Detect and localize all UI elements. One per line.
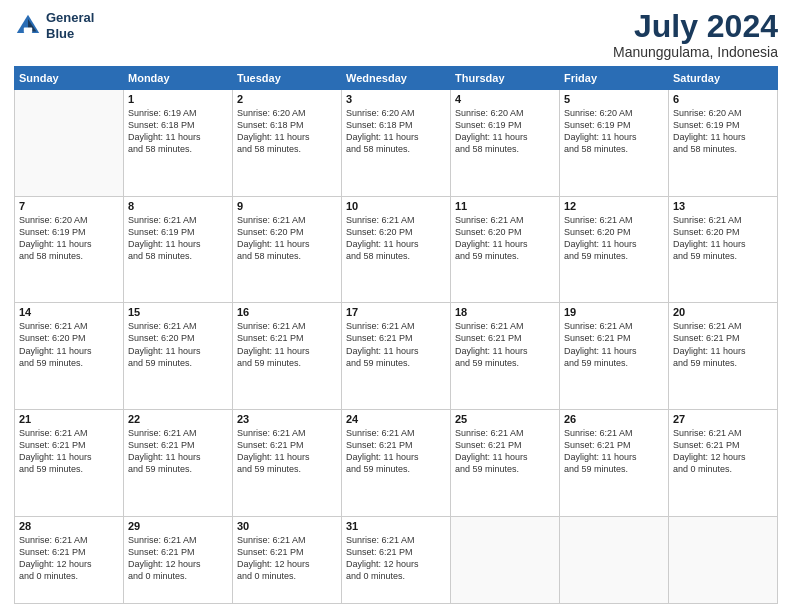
calendar-cell: [669, 516, 778, 603]
day-number: 11: [455, 200, 555, 212]
calendar-cell: 6Sunrise: 6:20 AM Sunset: 6:19 PM Daylig…: [669, 90, 778, 197]
day-number: 28: [19, 520, 119, 532]
weekday-header-monday: Monday: [124, 67, 233, 90]
day-info: Sunrise: 6:19 AM Sunset: 6:18 PM Dayligh…: [128, 107, 228, 156]
calendar-cell: 22Sunrise: 6:21 AM Sunset: 6:21 PM Dayli…: [124, 410, 233, 517]
calendar-cell: 20Sunrise: 6:21 AM Sunset: 6:21 PM Dayli…: [669, 303, 778, 410]
calendar-cell: 13Sunrise: 6:21 AM Sunset: 6:20 PM Dayli…: [669, 196, 778, 303]
day-info: Sunrise: 6:20 AM Sunset: 6:18 PM Dayligh…: [237, 107, 337, 156]
calendar-cell: 14Sunrise: 6:21 AM Sunset: 6:20 PM Dayli…: [15, 303, 124, 410]
day-info: Sunrise: 6:21 AM Sunset: 6:21 PM Dayligh…: [128, 427, 228, 476]
calendar-cell: [15, 90, 124, 197]
day-number: 19: [564, 306, 664, 318]
day-info: Sunrise: 6:21 AM Sunset: 6:21 PM Dayligh…: [455, 427, 555, 476]
day-info: Sunrise: 6:20 AM Sunset: 6:18 PM Dayligh…: [346, 107, 446, 156]
day-info: Sunrise: 6:20 AM Sunset: 6:19 PM Dayligh…: [455, 107, 555, 156]
day-info: Sunrise: 6:20 AM Sunset: 6:19 PM Dayligh…: [19, 214, 119, 263]
weekday-header-row: SundayMondayTuesdayWednesdayThursdayFrid…: [15, 67, 778, 90]
day-info: Sunrise: 6:21 AM Sunset: 6:21 PM Dayligh…: [564, 320, 664, 369]
calendar-cell: 24Sunrise: 6:21 AM Sunset: 6:21 PM Dayli…: [342, 410, 451, 517]
day-number: 24: [346, 413, 446, 425]
weekday-header-friday: Friday: [560, 67, 669, 90]
calendar-table: SundayMondayTuesdayWednesdayThursdayFrid…: [14, 66, 778, 604]
day-info: Sunrise: 6:21 AM Sunset: 6:19 PM Dayligh…: [128, 214, 228, 263]
day-number: 27: [673, 413, 773, 425]
day-number: 15: [128, 306, 228, 318]
day-number: 10: [346, 200, 446, 212]
day-info: Sunrise: 6:21 AM Sunset: 6:20 PM Dayligh…: [564, 214, 664, 263]
day-number: 7: [19, 200, 119, 212]
calendar-cell: 27Sunrise: 6:21 AM Sunset: 6:21 PM Dayli…: [669, 410, 778, 517]
calendar-cell: 1Sunrise: 6:19 AM Sunset: 6:18 PM Daylig…: [124, 90, 233, 197]
weekday-header-sunday: Sunday: [15, 67, 124, 90]
day-number: 31: [346, 520, 446, 532]
day-info: Sunrise: 6:21 AM Sunset: 6:20 PM Dayligh…: [128, 320, 228, 369]
day-number: 18: [455, 306, 555, 318]
calendar-cell: 5Sunrise: 6:20 AM Sunset: 6:19 PM Daylig…: [560, 90, 669, 197]
day-info: Sunrise: 6:21 AM Sunset: 6:20 PM Dayligh…: [237, 214, 337, 263]
calendar-cell: 9Sunrise: 6:21 AM Sunset: 6:20 PM Daylig…: [233, 196, 342, 303]
calendar-cell: 23Sunrise: 6:21 AM Sunset: 6:21 PM Dayli…: [233, 410, 342, 517]
calendar-cell: 25Sunrise: 6:21 AM Sunset: 6:21 PM Dayli…: [451, 410, 560, 517]
calendar-cell: 28Sunrise: 6:21 AM Sunset: 6:21 PM Dayli…: [15, 516, 124, 603]
day-number: 3: [346, 93, 446, 105]
day-info: Sunrise: 6:21 AM Sunset: 6:20 PM Dayligh…: [19, 320, 119, 369]
calendar-cell: [560, 516, 669, 603]
day-info: Sunrise: 6:21 AM Sunset: 6:21 PM Dayligh…: [237, 320, 337, 369]
weekday-header-tuesday: Tuesday: [233, 67, 342, 90]
day-info: Sunrise: 6:21 AM Sunset: 6:20 PM Dayligh…: [346, 214, 446, 263]
day-number: 20: [673, 306, 773, 318]
day-info: Sunrise: 6:20 AM Sunset: 6:19 PM Dayligh…: [673, 107, 773, 156]
day-info: Sunrise: 6:21 AM Sunset: 6:20 PM Dayligh…: [673, 214, 773, 263]
logo: General Blue: [14, 10, 94, 41]
header: General Blue July 2024 Manunggulama, Ind…: [14, 10, 778, 60]
day-number: 12: [564, 200, 664, 212]
weekday-header-saturday: Saturday: [669, 67, 778, 90]
day-number: 14: [19, 306, 119, 318]
day-number: 30: [237, 520, 337, 532]
week-row-1: 1Sunrise: 6:19 AM Sunset: 6:18 PM Daylig…: [15, 90, 778, 197]
day-info: Sunrise: 6:21 AM Sunset: 6:21 PM Dayligh…: [19, 534, 119, 583]
calendar-cell: 26Sunrise: 6:21 AM Sunset: 6:21 PM Dayli…: [560, 410, 669, 517]
svg-rect-2: [24, 27, 32, 33]
day-number: 17: [346, 306, 446, 318]
calendar-cell: 4Sunrise: 6:20 AM Sunset: 6:19 PM Daylig…: [451, 90, 560, 197]
calendar-cell: 8Sunrise: 6:21 AM Sunset: 6:19 PM Daylig…: [124, 196, 233, 303]
calendar-cell: 21Sunrise: 6:21 AM Sunset: 6:21 PM Dayli…: [15, 410, 124, 517]
day-number: 5: [564, 93, 664, 105]
logo-line2: Blue: [46, 26, 74, 41]
calendar-cell: 30Sunrise: 6:21 AM Sunset: 6:21 PM Dayli…: [233, 516, 342, 603]
day-number: 4: [455, 93, 555, 105]
calendar-cell: 31Sunrise: 6:21 AM Sunset: 6:21 PM Dayli…: [342, 516, 451, 603]
calendar-cell: 17Sunrise: 6:21 AM Sunset: 6:21 PM Dayli…: [342, 303, 451, 410]
calendar-cell: 15Sunrise: 6:21 AM Sunset: 6:20 PM Dayli…: [124, 303, 233, 410]
calendar-cell: 11Sunrise: 6:21 AM Sunset: 6:20 PM Dayli…: [451, 196, 560, 303]
logo-icon: [14, 12, 42, 40]
day-info: Sunrise: 6:21 AM Sunset: 6:21 PM Dayligh…: [237, 534, 337, 583]
title-block: July 2024 Manunggulama, Indonesia: [613, 10, 778, 60]
day-number: 6: [673, 93, 773, 105]
logo-text: General Blue: [46, 10, 94, 41]
month-title: July 2024: [613, 10, 778, 42]
week-row-3: 14Sunrise: 6:21 AM Sunset: 6:20 PM Dayli…: [15, 303, 778, 410]
week-row-4: 21Sunrise: 6:21 AM Sunset: 6:21 PM Dayli…: [15, 410, 778, 517]
day-info: Sunrise: 6:21 AM Sunset: 6:21 PM Dayligh…: [346, 534, 446, 583]
day-info: Sunrise: 6:21 AM Sunset: 6:20 PM Dayligh…: [455, 214, 555, 263]
day-number: 26: [564, 413, 664, 425]
logo-line1: General: [46, 10, 94, 25]
day-number: 8: [128, 200, 228, 212]
day-info: Sunrise: 6:21 AM Sunset: 6:21 PM Dayligh…: [237, 427, 337, 476]
calendar-cell: 7Sunrise: 6:20 AM Sunset: 6:19 PM Daylig…: [15, 196, 124, 303]
calendar-cell: 2Sunrise: 6:20 AM Sunset: 6:18 PM Daylig…: [233, 90, 342, 197]
page: General Blue July 2024 Manunggulama, Ind…: [0, 0, 792, 612]
day-number: 29: [128, 520, 228, 532]
calendar-cell: 18Sunrise: 6:21 AM Sunset: 6:21 PM Dayli…: [451, 303, 560, 410]
day-info: Sunrise: 6:21 AM Sunset: 6:21 PM Dayligh…: [346, 427, 446, 476]
day-number: 22: [128, 413, 228, 425]
calendar-cell: [451, 516, 560, 603]
day-info: Sunrise: 6:21 AM Sunset: 6:21 PM Dayligh…: [673, 427, 773, 476]
calendar-cell: 16Sunrise: 6:21 AM Sunset: 6:21 PM Dayli…: [233, 303, 342, 410]
day-info: Sunrise: 6:21 AM Sunset: 6:21 PM Dayligh…: [673, 320, 773, 369]
day-info: Sunrise: 6:21 AM Sunset: 6:21 PM Dayligh…: [455, 320, 555, 369]
day-number: 13: [673, 200, 773, 212]
